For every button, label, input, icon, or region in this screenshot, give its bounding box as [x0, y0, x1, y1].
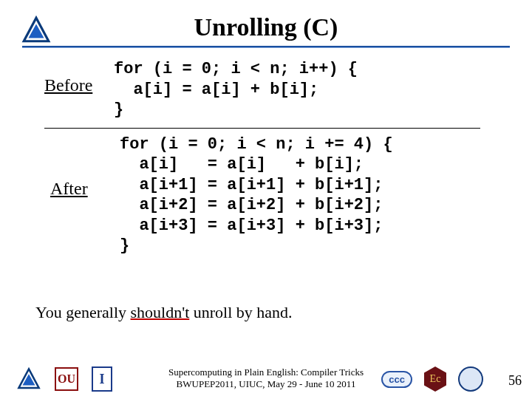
caption-underlined: shouldn't	[131, 303, 190, 321]
caption-line: You generally shouldn't unroll by hand.	[35, 303, 293, 322]
ec-logo-text: Ec	[430, 373, 441, 385]
after-block: After for (i = 0; i < n; i += 4) { a[i] …	[44, 134, 502, 256]
slide-title: Unrolling (C)	[194, 13, 338, 41]
round-logo-icon	[458, 366, 483, 392]
after-label: After	[50, 134, 109, 199]
content-area: Before for (i = 0; i < n; i++) { a[i] = …	[44, 59, 502, 256]
title-row: Unrolling (C)	[0, 13, 532, 41]
ccc-logo-icon: ccc	[381, 371, 412, 388]
before-block: Before for (i = 0; i < n; i++) { a[i] = …	[44, 59, 502, 120]
ccc-logo-text: ccc	[389, 374, 405, 385]
before-code: for (i = 0; i < n; i++) { a[i] = a[i] + …	[114, 59, 358, 120]
caption-pre: You generally	[35, 303, 131, 321]
before-label: Before	[44, 59, 103, 95]
after-code: for (i = 0; i < n; i += 4) { a[i] = a[i]…	[120, 134, 393, 256]
caption-post: unroll by hand.	[189, 303, 292, 321]
slide: Unrolling (C) Before for (i = 0; i < n; …	[0, 0, 532, 399]
title-underline	[22, 46, 510, 48]
slide-number: 56	[508, 373, 522, 389]
ec-logo-icon: Ec	[424, 366, 446, 392]
divider-line	[44, 128, 480, 129]
footer-logos-right: ccc Ec	[381, 366, 483, 392]
